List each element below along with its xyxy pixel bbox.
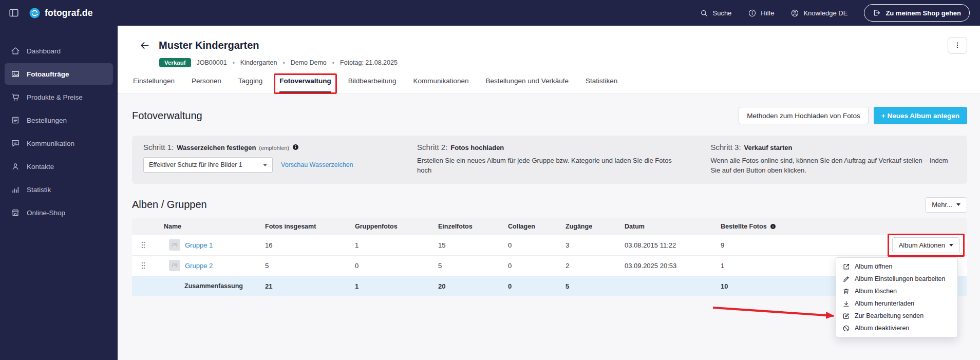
menu-item-album-herunterladen[interactable]: Album herunterladen (836, 297, 957, 310)
job-header: Muster Kindergarten Verkauf JOB00001 Kin… (118, 26, 980, 93)
brand-name: fotograf.de (45, 8, 93, 18)
tab-personen[interactable]: Personen (192, 77, 221, 93)
download-icon (842, 300, 850, 308)
back-button[interactable] (139, 40, 150, 51)
brand-logo[interactable]: fotograf.de (29, 7, 93, 19)
trash-icon (842, 288, 850, 295)
contacts-icon (11, 162, 20, 171)
col-collages[interactable]: Collagen (508, 223, 566, 230)
go-to-shop-label: Zu meinem Shop gehen (885, 9, 961, 17)
album-link[interactable]: Gruppe 1 (185, 241, 213, 249)
job-fototag: Fototag: 21.08.2025 (340, 59, 398, 66)
col-total[interactable]: Fotos insgesamt (265, 223, 355, 230)
home-icon (11, 46, 20, 55)
watermark-preview-link[interactable]: Vorschau Wasserzeichen (281, 161, 353, 168)
tab-bildbearbeitung[interactable]: Bildbearbeitung (348, 77, 397, 93)
step1-title: Wasserzeichen festlegen (177, 144, 256, 151)
album-actions-menu: Album öffnen Album Einstellungen bearbei… (836, 257, 958, 337)
step-3: Schritt 3: Verkauf starten Wenn alle Fot… (710, 143, 956, 176)
search-button[interactable]: Suche (700, 9, 731, 17)
album-link[interactable]: Gruppe 2 (185, 262, 213, 270)
tab-bestellungen-verkaeufe[interactable]: Bestellungen und Verkäufe (486, 77, 569, 93)
col-ordered[interactable]: Bestellte Fotos (721, 223, 802, 230)
album-actions-button[interactable]: Album Aktionen (892, 237, 960, 253)
col-name[interactable]: Name (155, 223, 265, 230)
col-date[interactable]: Datum (625, 223, 721, 230)
step2-body: Erstellen Sie ein neues Album für jede G… (417, 156, 676, 176)
table-row: Gruppe 1 16 1 15 0 3 03.08.2015 11:22 9 … (132, 235, 967, 255)
tab-bar: Einstellungen Personen Tagging Fotoverwa… (132, 77, 967, 93)
drag-handle-icon[interactable] (140, 261, 146, 270)
step2-prefix: Schritt 2: (417, 143, 447, 151)
menu-item-label: Album deaktivieren (855, 325, 909, 332)
orders-icon (11, 116, 20, 125)
tab-kommunikationen[interactable]: Kommunikationen (413, 77, 468, 93)
cell-ordered: 9 (721, 241, 802, 249)
search-icon (700, 9, 708, 17)
menu-item-album-einstellungen-bearbeiten[interactable]: Album Einstellungen bearbeiten (836, 273, 957, 285)
sidebar-item-statistik[interactable]: Statistik (5, 179, 113, 200)
cell-single-photos: 5 (438, 262, 508, 270)
help-button[interactable]: Hilfe (748, 9, 774, 17)
step1-hint: (empfohlen) (259, 145, 289, 151)
drag-handle-icon[interactable] (140, 241, 146, 249)
cell-date: 03.08.2015 11:22 (625, 241, 721, 249)
sidebar-item-label: Kommunikation (27, 140, 74, 147)
summary-collages: 0 (508, 282, 566, 290)
cell-collages: 0 (508, 262, 566, 270)
watermark-select[interactable]: Effektiver Schutz für ihre Bilder 1 (143, 157, 273, 173)
menu-item-label: Zur Bearbeitung senden (855, 312, 924, 319)
sidebar-toggle-icon[interactable] (8, 7, 20, 18)
info-circle-icon (748, 9, 757, 17)
sidebar-item-label: Bestellungen (27, 117, 67, 124)
upload-methods-button[interactable]: Methoden zum Hochladen von Fotos (739, 107, 869, 124)
sidebar-item-kommunikation[interactable]: Kommunikation (5, 132, 113, 154)
sidebar-item-online-shop[interactable]: Online-Shop (5, 202, 113, 223)
job-meta: Verkauf JOB00001 Kindergarten Demo Demo … (132, 58, 967, 67)
tab-statistiken[interactable]: Statistiken (586, 77, 617, 93)
menu-item-album-deaktivieren[interactable]: Album deaktivieren (836, 322, 957, 334)
summary-total: 21 (265, 282, 355, 290)
col-group-photos[interactable]: Gruppenfotos (355, 223, 438, 230)
menu-item-zur-bearbeitung-senden[interactable]: Zur Bearbeitung senden (836, 310, 957, 322)
more-options-button[interactable] (948, 37, 967, 54)
separator-dot (282, 58, 285, 67)
cell-group-photos: 1 (355, 241, 438, 249)
step2-title: Fotos hochladen (450, 144, 504, 151)
tab-tagging[interactable]: Tagging (238, 77, 262, 93)
cell-accesses: 2 (566, 262, 625, 270)
menu-item-album-oeffnen[interactable]: Album öffnen (836, 260, 957, 273)
cell-group-photos: 0 (355, 262, 438, 270)
step3-title: Verkauf starten (744, 144, 793, 151)
section-title: Fotoverwaltung (132, 110, 202, 122)
steps-panel: Schritt 1: Wasserzeichen festlegen (empf… (132, 136, 967, 184)
go-to-shop-button[interactable]: Zu meinem Shop gehen (864, 4, 970, 22)
info-icon (292, 144, 299, 150)
cell-date: 03.09.2025 20:53 (625, 262, 721, 270)
chevron-down-icon (263, 164, 267, 166)
tab-einstellungen[interactable]: Einstellungen (133, 77, 175, 93)
stats-icon (11, 185, 20, 194)
sidebar-item-bestellungen[interactable]: Bestellungen (5, 109, 113, 131)
separator-dot (332, 58, 334, 67)
col-single-photos[interactable]: Einzelfotos (438, 223, 508, 230)
album-thumbnail (169, 239, 180, 251)
page-title: Muster Kindergarten (159, 40, 259, 51)
step-2: Schritt 2: Fotos hochladen Erstellen Sie… (417, 143, 687, 176)
new-album-button[interactable]: + Neues Album anlegen (874, 107, 967, 124)
sidebar-item-kontakte[interactable]: Kontakte (5, 156, 113, 177)
cell-ordered: 1 (721, 262, 802, 270)
knowledge-button[interactable]: Knowledge DE (790, 9, 847, 17)
more-button[interactable]: Mehr... (925, 197, 967, 213)
sidebar-item-fotoauftraege[interactable]: Fotoaufträge (5, 63, 113, 85)
step3-body: Wenn alle Fotos online sind, können Sie … (710, 156, 956, 176)
sidebar-item-produkte-preise[interactable]: Produkte & Preise (5, 86, 113, 108)
chevron-down-icon (949, 244, 953, 247)
sidebar-item-label: Fotoaufträge (27, 70, 69, 78)
sidebar-item-dashboard[interactable]: Dashboard (5, 40, 113, 62)
tab-fotoverwaltung[interactable]: Fotoverwaltung (279, 77, 331, 93)
help-label: Hilfe (761, 9, 774, 17)
col-accesses[interactable]: Zugänge (566, 223, 625, 230)
menu-item-album-loeschen[interactable]: Album löschen (836, 285, 957, 297)
menu-item-label: Album löschen (855, 288, 897, 295)
